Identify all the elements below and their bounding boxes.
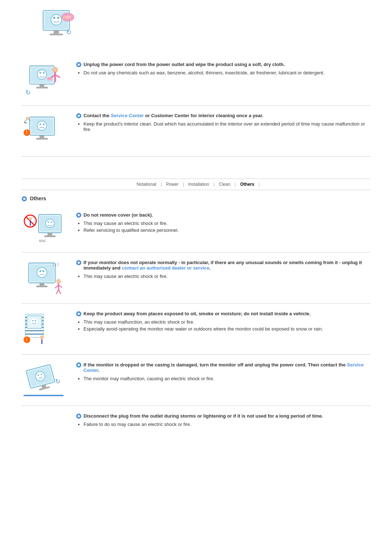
- service-center-content: Contact the Service Center or Customer C…: [76, 113, 370, 134]
- bullet-icon-3: [76, 213, 81, 218]
- monitor-abnormal-section: If your monitor does not operate normall…: [22, 253, 370, 304]
- svg-text:↻: ↻: [25, 89, 30, 96]
- svg-point-62: [35, 320, 36, 321]
- svg-text:↻: ↻: [55, 378, 60, 385]
- top-monitor-icon: ↻: [36, 7, 76, 44]
- unplug-clean-section: ↻ Unplug the power cord from the power o…: [22, 54, 370, 106]
- service-center-section: ! Contact the Service Center or Customer…: [22, 106, 370, 157]
- bullet-icon: [76, 62, 81, 67]
- nav-clean[interactable]: Clean: [215, 181, 234, 188]
- svg-point-50: [56, 279, 61, 284]
- nav-sep-5: |: [258, 182, 260, 187]
- svg-point-61: [32, 320, 34, 321]
- service-center-main: Contact the Service Center or Customer C…: [76, 113, 370, 118]
- svg-point-36: [48, 221, 49, 223]
- away-from-oil-section: ! Keep the product away from places expo…: [22, 304, 370, 355]
- away-from-oil-main: Keep the product away from places expose…: [76, 311, 370, 316]
- service-center-link[interactable]: Service Center: [111, 113, 144, 118]
- nav-power[interactable]: Power: [162, 181, 183, 188]
- monitor-abnormal-main: If your monitor does not operate normall…: [76, 260, 370, 271]
- svg-point-2: [51, 15, 61, 25]
- dropped-monitor-icon: ↻: [24, 362, 64, 398]
- authorized-dealer-link[interactable]: contact an authorized dealer or service: [122, 265, 209, 271]
- unplug-icon: ↻: [24, 62, 64, 98]
- bullet-item: This may cause an electric shock or fire…: [83, 274, 370, 279]
- svg-point-23: [43, 123, 45, 125]
- bullet-item: Especially avoid operating the monitor n…: [83, 326, 370, 332]
- svg-rect-38: [48, 233, 52, 235]
- no-cover-bullets: This may cause an electric shock or fire…: [83, 221, 370, 233]
- unplug-illustration: ↻: [22, 62, 65, 98]
- no-cover-content: Do not remove cover (or back). This may …: [76, 212, 370, 234]
- svg-point-21: [37, 121, 47, 131]
- no-cover-icon: DOC: [24, 212, 64, 245]
- bullet-item: Failure to do so may cause an electric s…: [83, 422, 370, 427]
- svg-point-13: [43, 72, 45, 74]
- bullet-item: Do not use any chemicals such as wax, be…: [83, 70, 370, 75]
- spacer: [22, 157, 370, 168]
- svg-point-11: [37, 70, 47, 79]
- storms-icon: [24, 413, 64, 446]
- svg-point-29: [26, 117, 29, 120]
- nav-notational[interactable]: Notational: [132, 181, 160, 188]
- disconnect-storms-main: Disconnect the plug from the outlet duri…: [76, 413, 370, 419]
- bullet-icon-5: [76, 311, 81, 316]
- away-from-oil-content: Keep the product away from places expose…: [76, 311, 370, 333]
- bullet-icon-4: [76, 260, 81, 265]
- away-from-oil-icon: !: [24, 311, 64, 347]
- svg-rect-25: [40, 135, 44, 138]
- service-center-bullets: Keep the product's interior clean. Dust …: [83, 121, 370, 132]
- others-heading: Others: [22, 196, 370, 201]
- svg-text:!: !: [26, 337, 27, 342]
- svg-point-17: [47, 77, 52, 81]
- unplug-clean-content: Unplug the power cord from the power out…: [76, 62, 370, 77]
- svg-rect-15: [36, 87, 48, 89]
- bullet-icon-2: [76, 113, 81, 118]
- disconnect-storms-illustration: [22, 413, 65, 446]
- nav-others[interactable]: Others: [236, 181, 259, 188]
- disconnect-storms-bullets: Failure to do so may cause an electric s…: [83, 422, 370, 427]
- unplug-clean-bullets: Do not use any chemicals such as wax, be…: [83, 70, 370, 75]
- svg-point-24: [45, 122, 47, 124]
- svg-point-22: [40, 123, 41, 125]
- svg-text:DOC: DOC: [39, 239, 46, 243]
- service-illustration: !: [22, 113, 65, 149]
- monitor-abnormal-content: If your monitor does not operate normall…: [76, 260, 370, 280]
- bullet-item: Refer servicing to qualified service per…: [83, 227, 370, 233]
- away-from-oil-bullets: This may cause malfunction, an electric …: [83, 319, 370, 332]
- svg-rect-14: [40, 84, 44, 87]
- svg-rect-39: [44, 235, 56, 237]
- no-cover-illustration: DOC: [22, 212, 65, 245]
- svg-point-3: [53, 17, 55, 19]
- svg-rect-48: [40, 283, 44, 286]
- nav-installation[interactable]: Installation: [184, 181, 213, 188]
- dropped-monitor-main: If the monitor is dropped or the casing …: [76, 362, 370, 373]
- svg-point-4: [57, 17, 59, 19]
- dropped-monitor-bullets: The monitor may malfunction, causing an …: [83, 376, 370, 381]
- bullet-icon-6: [76, 362, 81, 368]
- dropped-monitor-content: If the monitor is dropped or the casing …: [76, 362, 370, 383]
- svg-rect-6: [50, 34, 63, 36]
- dropped-monitor-illustration: ↻: [22, 362, 65, 398]
- monitor-abnormal-bullets: This may cause an electric shock or fire…: [83, 274, 370, 279]
- svg-point-65: [40, 335, 44, 339]
- bullet-item: This may cause an electric shock or fire…: [83, 221, 370, 226]
- svg-point-43: [37, 268, 47, 278]
- service-icon: !: [24, 113, 64, 149]
- svg-point-35: [46, 219, 54, 228]
- svg-text:↻: ↻: [66, 29, 72, 36]
- bullet-icon-7: [76, 414, 81, 419]
- svg-point-37: [51, 221, 52, 223]
- others-bullet-icon: [22, 196, 27, 201]
- disconnect-storms-content: Disconnect the plug from the outlet duri…: [76, 413, 370, 428]
- bullet-item: The monitor may malfunction, causing an …: [83, 376, 370, 381]
- disconnect-storms-section: Disconnect the plug from the outlet duri…: [22, 406, 370, 453]
- svg-rect-5: [54, 30, 59, 34]
- svg-text:!: !: [26, 130, 27, 135]
- monitor-abnormal-icon: [24, 260, 64, 296]
- away-from-oil-illustration: !: [22, 311, 65, 347]
- svg-rect-49: [36, 286, 48, 287]
- no-cover-main: Do not remove cover (or back).: [76, 212, 370, 218]
- no-cover-section: DOC Do not remove cover (or back). This …: [22, 205, 370, 253]
- bullet-item: Keep the product's interior clean. Dust …: [83, 121, 370, 132]
